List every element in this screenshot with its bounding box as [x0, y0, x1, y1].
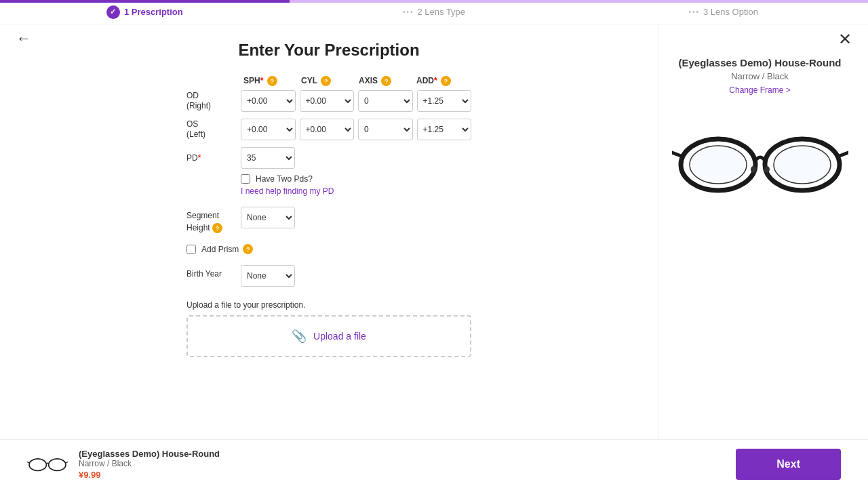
glasses-image — [672, 122, 848, 203]
paperclip-icon: 📎 — [292, 329, 307, 344]
od-cyl-select[interactable]: +0.00 — [300, 90, 355, 112]
svg-point-8 — [29, 458, 46, 470]
step-dots-lens-option: ••• — [688, 8, 700, 16]
os-selects: +0.00 +0.00 0 +1.25 — [241, 119, 471, 140]
upload-text: Upload a file — [313, 331, 366, 342]
have-two-pds-checkbox[interactable] — [241, 174, 250, 184]
step-prescription[interactable]: ✓ 1 Prescription — [0, 0, 290, 24]
col-header-axis: AXIS ? — [356, 76, 414, 86]
axis-help-icon[interactable]: ? — [381, 76, 391, 86]
svg-line-3 — [840, 152, 848, 156]
svg-point-6 — [690, 146, 747, 184]
os-add-select[interactable]: +1.25 — [417, 119, 472, 140]
close-button[interactable]: ✕ — [838, 30, 852, 49]
od-add-select[interactable]: +1.25 — [417, 90, 472, 112]
svg-point-9 — [49, 458, 66, 470]
progress-bar: ✓ 1 Prescription ••• 2 Lens Type ••• 3 L… — [0, 0, 868, 24]
pd-row: PD* 35 — [186, 147, 471, 169]
od-sph-select[interactable]: +0.00 — [241, 90, 296, 112]
svg-point-5 — [764, 166, 770, 173]
bottom-bar: (Eyeglasses Demo) House-Round Narrow / B… — [0, 439, 868, 488]
add-prism-label[interactable]: Add Prism — [201, 245, 239, 254]
bottom-product-name: (Eyeglasses Demo) House-Round — [79, 449, 220, 459]
bottom-product-variant: Narrow / Black — [79, 459, 220, 468]
upload-section: Upload a file to your prescription. 📎 Up… — [186, 300, 471, 357]
back-button[interactable]: ← — [16, 30, 31, 47]
prescription-table: SPH* ? CYL ? AXIS ? ADD* ? OD(Right) — [186, 76, 471, 140]
os-label: OS(Left) — [186, 119, 241, 140]
page-title: Enter Your Prescription — [27, 41, 631, 60]
step-label-lens-option: 3 Lens Option — [703, 7, 758, 17]
pd-label: PD* — [186, 153, 241, 163]
rx-row-os: OS(Left) +0.00 +0.00 0 +1.25 — [186, 119, 471, 140]
step-label-prescription: 1 Prescription — [124, 7, 183, 17]
step-dots-lens-type: ••• — [403, 8, 414, 16]
col-header-add: ADD* ? — [414, 76, 471, 86]
os-sph-select[interactable]: +0.00 — [241, 119, 296, 140]
segment-height-label: SegmentHeight ? — [186, 207, 241, 233]
birth-year-row: Birth Year None — [186, 265, 471, 287]
col-header-sph: SPH* ? — [241, 76, 298, 86]
main-content: Enter Your Prescription SPH* ? CYL ? AXI… — [0, 24, 868, 439]
birth-year-select[interactable]: None — [241, 265, 295, 287]
svg-point-4 — [751, 166, 756, 173]
os-cyl-select[interactable]: +0.00 — [300, 119, 355, 140]
upload-box[interactable]: 📎 Upload a file — [186, 315, 471, 357]
have-two-pds-label[interactable]: Have Two Pds? — [256, 174, 313, 184]
col-header-cyl: CYL ? — [298, 76, 356, 86]
right-panel: (Eyeglasses Demo) House-Round Narrow / B… — [658, 24, 868, 439]
glasses-svg — [672, 122, 848, 203]
step-lens-type[interactable]: ••• 2 Lens Type — [290, 0, 579, 24]
segment-height-row: SegmentHeight ? None — [186, 207, 471, 233]
find-pd-link[interactable]: I need help finding my PD — [241, 186, 471, 196]
os-axis-select[interactable]: 0 — [358, 119, 413, 140]
add-help-icon[interactable]: ? — [441, 76, 451, 86]
next-button[interactable]: Next — [736, 449, 841, 480]
bottom-product-price: ¥9.99 — [79, 470, 220, 480]
bottom-product-info: (Eyeglasses Demo) House-Round Narrow / B… — [79, 449, 220, 480]
step-icon-prescription: ✓ — [106, 5, 120, 19]
add-prism-help-icon[interactable]: ? — [243, 244, 253, 254]
upload-label: Upload a file to your prescription. — [186, 300, 471, 310]
od-axis-select[interactable]: 0 — [358, 90, 413, 112]
form-area: Enter Your Prescription SPH* ? CYL ? AXI… — [0, 24, 658, 439]
step-label-lens-type: 2 Lens Type — [417, 7, 465, 17]
bottom-product: (Eyeglasses Demo) House-Round Narrow / B… — [27, 449, 736, 480]
add-prism-checkbox[interactable] — [186, 245, 196, 254]
step-lens-option[interactable]: ••• 3 Lens Option — [578, 0, 868, 24]
svg-point-7 — [774, 146, 831, 184]
svg-line-2 — [672, 152, 681, 156]
frame-subtitle: Narrow / Black — [731, 71, 789, 81]
bottom-glasses-icon — [27, 455, 68, 474]
frame-title: (Eyeglasses Demo) House-Round — [678, 57, 841, 68]
od-label: OD(Right) — [186, 91, 241, 112]
change-frame-link[interactable]: Change Frame > — [729, 85, 790, 95]
have-two-pds-row: Have Two Pds? — [186, 174, 471, 184]
svg-line-11 — [66, 462, 68, 462]
birth-year-label: Birth Year — [186, 265, 241, 279]
sph-help-icon[interactable]: ? — [267, 76, 277, 86]
segment-height-help-icon[interactable]: ? — [212, 223, 222, 233]
add-prism-row: Add Prism ? — [186, 244, 471, 254]
rx-row-od: OD(Right) +0.00 +0.00 0 +1.25 — [186, 90, 471, 112]
segment-height-select[interactable]: None — [241, 207, 295, 228]
pd-select[interactable]: 35 — [241, 147, 295, 169]
cyl-help-icon[interactable]: ? — [321, 76, 331, 86]
od-selects: +0.00 +0.00 0 +1.25 — [241, 90, 471, 112]
rx-column-headers: SPH* ? CYL ? AXIS ? ADD* ? — [186, 76, 471, 86]
svg-line-10 — [27, 462, 29, 462]
